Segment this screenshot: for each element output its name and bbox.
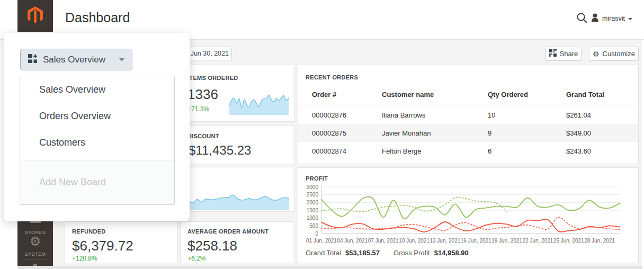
refunded-label: REFUNDED [72, 228, 106, 235]
chevron-down-icon [628, 18, 632, 20]
recent-orders-card: RECENT ORDERS Order # Customer name Qty … [298, 65, 639, 164]
items-ordered-card: ITEMS ORDERED 1336 +71.3% [180, 65, 294, 122]
magento-logo[interactable] [17, 0, 53, 32]
board-menu-item[interactable]: Sales Overview [20, 76, 174, 103]
recent-orders-header-row: Order # Customer name Qty Ordered Grand … [298, 84, 638, 105]
col-qty-ordered: Qty Ordered [488, 91, 566, 98]
sidebar-item-system[interactable]: ⚙ SYSTEM [17, 235, 53, 258]
gross-profit-label: Gross Profit [393, 249, 430, 257]
order-cell: 6 [488, 147, 566, 155]
col-customer-name: Customer name [382, 91, 488, 98]
board-dropdown-panel: Sales Overview Sales OverviewOrders Over… [4, 33, 190, 221]
order-row[interactable]: 000002876Iliana Barrows10$261.04 [298, 106, 638, 124]
profit-series-green-solid [321, 197, 620, 219]
board-menu-list: Sales OverviewOrders OverviewCustomers A… [20, 76, 175, 205]
svg-text:0: 0 [315, 231, 318, 237]
svg-text:500: 500 [309, 223, 318, 229]
profit-card: PROFIT 05001000150020002500300001 Jun, 2… [298, 167, 639, 263]
customize-button[interactable]: ⚙ Customize [589, 47, 639, 61]
avg-order-delta: +6.2% [187, 255, 205, 262]
discount-card: DISCOUNT $11,435.23 [180, 125, 294, 164]
order-cell: Iliana Barrows [382, 111, 488, 119]
svg-text:19 Jun, 2021: 19 Jun, 2021 [491, 238, 522, 244]
trend-sparkline-card [180, 167, 294, 212]
add-new-board-item[interactable]: Add New Board [20, 160, 174, 204]
svg-text:2000: 2000 [307, 200, 319, 205]
svg-text:01 Jun, 2021: 01 Jun, 2021 [306, 238, 337, 244]
svg-text:10 Jun, 2021: 10 Jun, 2021 [399, 238, 430, 244]
date-range-box[interactable]: - Jun 30, 2021 [183, 47, 232, 60]
svg-text:2500: 2500 [307, 192, 319, 198]
order-row[interactable]: 000002875Javier Monahan9$349.00 [298, 124, 638, 142]
items-ordered-delta: +71.3% [187, 105, 209, 113]
board-selector-button[interactable]: Sales Overview [20, 49, 132, 70]
items-ordered-value: 1336 [187, 86, 218, 103]
customize-button-label: Customize [603, 50, 635, 58]
svg-text:07 Jun, 2021: 07 Jun, 2021 [368, 238, 399, 244]
svg-text:25 Jun, 2021: 25 Jun, 2021 [553, 238, 584, 244]
avg-order-label: AVERAGE ORDER AMOUNT [187, 228, 269, 235]
svg-text:22 Jun, 2021: 22 Jun, 2021 [522, 238, 553, 244]
order-cell: 10 [488, 111, 566, 119]
order-cell: $243.60 [566, 147, 638, 155]
profit-title: PROFIT [306, 175, 328, 182]
items-ordered-sparkline [229, 87, 289, 115]
magento-dashboard-page: Dashboard mirasvit STORES ⚙ SYS [0, 0, 644, 269]
items-ordered-label: ITEMS ORDERED [187, 75, 238, 81]
refunded-value: $6,379.72 [72, 238, 133, 254]
board-menu-item[interactable]: Customers [20, 129, 174, 156]
search-icon[interactable] [576, 12, 588, 24]
customize-gear-icon: ⚙ [593, 50, 600, 58]
boards-icon [28, 54, 38, 66]
profit-series-red-dotted [321, 217, 620, 230]
order-cell: Javier Monahan [382, 129, 488, 137]
profit-chart: 05001000150020002500300001 Jun, 202104 J… [302, 183, 627, 247]
page-title: Dashboard [65, 10, 130, 25]
svg-text:1000: 1000 [307, 215, 319, 221]
magento-logo-icon [28, 6, 43, 26]
sidebar-divider [23, 259, 47, 260]
order-cell: $349.00 [566, 129, 638, 137]
refunded-card: REFUNDED $6,379.72 +120.8% [65, 221, 178, 263]
board-selector-label: Sales Overview [43, 55, 114, 65]
refunded-delta: +120.8% [72, 255, 97, 262]
svg-text:28 Jun, 2021: 28 Jun, 2021 [584, 238, 615, 244]
discount-value: $11,435.23 [189, 143, 251, 158]
gear-icon: ⚙ [30, 234, 41, 249]
order-cell: 9 [488, 129, 566, 137]
gross-profit-value: $14,958.90 [434, 249, 469, 257]
discount-label: DISCOUNT [187, 133, 219, 139]
col-grand-total: Grand Total [566, 91, 638, 98]
user-icon [591, 13, 599, 24]
profit-footer: Grand Total $53,185.57 Gross Profit $14,… [306, 249, 478, 257]
board-menu-item[interactable]: Orders Overview [20, 103, 174, 129]
sidebar-item-label: SYSTEM [24, 252, 46, 257]
recent-orders-title: RECENT ORDERS [306, 74, 358, 80]
avg-order-card: AVERAGE ORDER AMOUNT $258.18 +6.2% [180, 221, 294, 263]
col-order-number: Order # [312, 91, 382, 98]
trend-sparkline [185, 189, 289, 210]
order-cell: 000002876 [312, 111, 382, 119]
user-menu[interactable]: mirasvit [591, 12, 632, 25]
svg-text:3000: 3000 [307, 184, 319, 190]
svg-text:16 Jun, 2021: 16 Jun, 2021 [461, 238, 491, 244]
order-cell: 000002875 [312, 129, 382, 137]
svg-text:13 Jun, 2021: 13 Jun, 2021 [430, 238, 460, 244]
avg-order-value: $258.18 [187, 238, 237, 254]
grand-total-label: Grand Total [306, 249, 341, 257]
username: mirasvit [602, 15, 625, 22]
share-button[interactable]: Share [545, 47, 582, 61]
share-icon [549, 49, 557, 58]
order-cell: 000002874 [312, 147, 382, 155]
grand-total-value: $53,185.57 [345, 249, 380, 257]
selector-caret-icon [119, 58, 124, 61]
svg-text:04 Jun, 2021: 04 Jun, 2021 [337, 238, 368, 244]
order-cell: $261.04 [566, 111, 638, 119]
share-button-label: Share [560, 50, 578, 58]
order-row[interactable]: 000002874Felton Berge6$243.60 [298, 142, 638, 160]
svg-text:1500: 1500 [307, 208, 319, 213]
order-cell: Felton Berge [382, 147, 488, 155]
bottom-edge [17, 266, 642, 269]
